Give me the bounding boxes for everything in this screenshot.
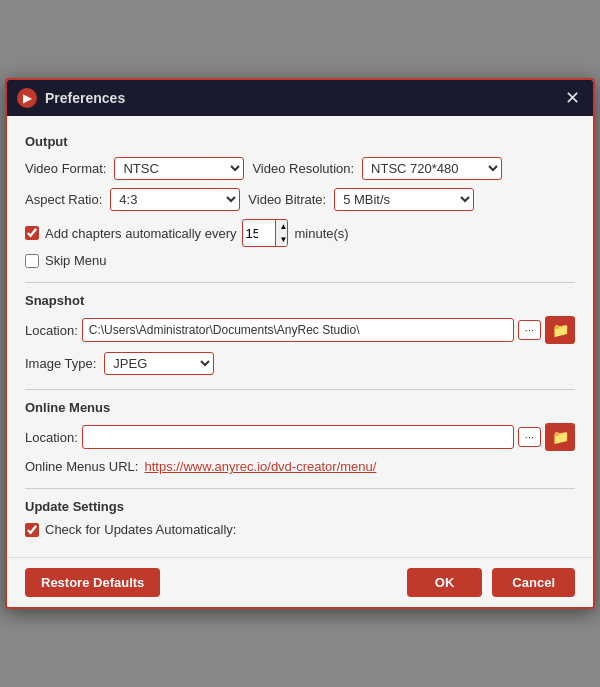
snapshot-location-label: Location: [25, 323, 78, 338]
chapters-spinbox[interactable]: ▲ ▼ [242, 219, 288, 247]
app-icon: ▶ [17, 88, 37, 108]
cancel-button[interactable]: Cancel [492, 568, 575, 597]
video-format-row: Video Format: NTSC PAL Video Resolution:… [25, 157, 575, 180]
online-menus-url-link[interactable]: https://www.anyrec.io/dvd-creator/menu/ [144, 459, 376, 474]
minutes-label: minute(s) [294, 226, 348, 241]
close-button[interactable]: ✕ [561, 87, 583, 109]
ok-button[interactable]: OK [407, 568, 483, 597]
footer-right-buttons: OK Cancel [407, 568, 575, 597]
online-menus-location-input[interactable] [82, 425, 514, 449]
video-bitrate-select[interactable]: 5 MBit/s 8 MBit/s 3 MBit/s [334, 188, 474, 211]
output-section-label: Output [25, 134, 575, 149]
skip-menu-label: Skip Menu [45, 253, 106, 268]
add-chapters-label: Add chapters automatically every [45, 226, 236, 241]
divider-2 [25, 389, 575, 390]
add-chapters-row: Add chapters automatically every ▲ ▼ min… [25, 219, 575, 247]
update-settings-section-label: Update Settings [25, 499, 575, 514]
video-resolution-label: Video Resolution: [252, 161, 354, 176]
check-updates-checkbox[interactable] [25, 523, 39, 537]
online-menus-location-row: Location: ··· 📁 [25, 423, 575, 451]
video-resolution-select[interactable]: NTSC 720*480 NTSC 720*576 [362, 157, 502, 180]
add-chapters-checkbox[interactable] [25, 226, 39, 240]
aspect-ratio-row: Aspect Ratio: 4:3 16:9 Video Bitrate: 5 … [25, 188, 575, 211]
dialog-footer: Restore Defaults OK Cancel [7, 557, 593, 607]
online-menus-section-label: Online Menus [25, 400, 575, 415]
check-updates-row: Check for Updates Automatically: [25, 522, 575, 537]
aspect-ratio-label: Aspect Ratio: [25, 192, 102, 207]
online-menus-location-label: Location: [25, 430, 78, 445]
online-menus-folder-button[interactable]: 📁 [545, 423, 575, 451]
snapshot-location-row: Location: ··· 📁 [25, 316, 575, 344]
spinbox-down[interactable]: ▼ [276, 233, 288, 246]
skip-menu-checkbox[interactable] [25, 254, 39, 268]
snapshot-section-label: Snapshot [25, 293, 575, 308]
dialog-content: Output Video Format: NTSC PAL Video Reso… [7, 116, 593, 557]
divider-1 [25, 282, 575, 283]
restore-defaults-button[interactable]: Restore Defaults [25, 568, 160, 597]
dialog-title: Preferences [45, 90, 561, 106]
title-bar: ▶ Preferences ✕ [7, 80, 593, 116]
online-menus-section: Online Menus Location: ··· 📁 Online Menu… [25, 400, 575, 474]
online-menus-url-row: Online Menus URL: https://www.anyrec.io/… [25, 459, 575, 474]
image-type-row: Image Type: JPEG PNG BMP [25, 352, 575, 375]
image-type-select[interactable]: JPEG PNG BMP [104, 352, 214, 375]
check-updates-label: Check for Updates Automatically: [45, 522, 236, 537]
snapshot-dots-button[interactable]: ··· [518, 320, 541, 340]
video-format-select[interactable]: NTSC PAL [114, 157, 244, 180]
snapshot-section: Snapshot Location: ··· 📁 Image Type: JPE… [25, 293, 575, 375]
image-type-label: Image Type: [25, 356, 96, 371]
spinbox-arrows: ▲ ▼ [275, 220, 288, 246]
update-settings-section: Update Settings Check for Updates Automa… [25, 499, 575, 537]
online-menus-url-label: Online Menus URL: [25, 459, 138, 474]
online-menus-dots-button[interactable]: ··· [518, 427, 541, 447]
online-menus-folder-icon: 📁 [552, 429, 569, 445]
skip-menu-row: Skip Menu [25, 253, 575, 268]
snapshot-folder-button[interactable]: 📁 [545, 316, 575, 344]
preferences-dialog: ▶ Preferences ✕ Output Video Format: NTS… [5, 78, 595, 609]
output-section: Output Video Format: NTSC PAL Video Reso… [25, 134, 575, 268]
aspect-ratio-select[interactable]: 4:3 16:9 [110, 188, 240, 211]
video-format-label: Video Format: [25, 161, 106, 176]
chapters-input[interactable] [243, 224, 275, 243]
video-bitrate-label: Video Bitrate: [248, 192, 326, 207]
divider-3 [25, 488, 575, 489]
snapshot-folder-icon: 📁 [552, 322, 569, 338]
spinbox-up[interactable]: ▲ [276, 220, 288, 233]
snapshot-location-input[interactable] [82, 318, 514, 342]
